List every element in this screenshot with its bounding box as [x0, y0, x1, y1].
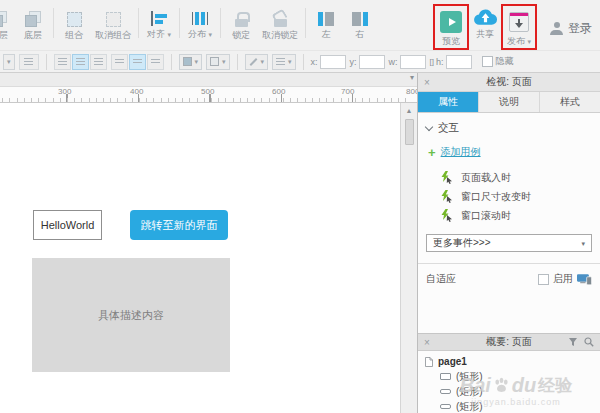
x-field: x: [311, 55, 346, 69]
hide-checkbox[interactable] [482, 56, 493, 67]
caret-down-icon: ▾ [195, 58, 199, 65]
user-icon [550, 22, 563, 35]
ruler-tick-label: 700 [341, 88, 354, 96]
text-align-center-button[interactable] [72, 54, 89, 70]
border-style-dropdown[interactable]: ▾ [272, 54, 296, 70]
devices-icon[interactable] [577, 274, 592, 285]
fill-color-dropdown[interactable]: ▾ [179, 54, 203, 70]
w-input[interactable] [400, 55, 426, 69]
event-window-scroll[interactable]: 窗口滚动时 [440, 206, 592, 225]
jump-button-widget[interactable]: 跳转至新的界面 [130, 210, 228, 240]
vertical-align-bottom-button[interactable] [147, 54, 164, 70]
tab-properties[interactable]: 属性 [418, 92, 479, 112]
align-button[interactable]: 对齐 ▾ [142, 0, 176, 39]
more-events-dropdown[interactable]: 更多事件>>> ▾ [426, 234, 592, 252]
font-style-dropdown[interactable]: ▾ [3, 54, 15, 70]
ruler-tick-label: 400 [130, 88, 143, 96]
h-input[interactable] [446, 55, 472, 69]
w-field: w: [389, 55, 426, 69]
align-right-button[interactable]: 右 [343, 0, 377, 39]
link-dimensions-icon[interactable]: [] [430, 57, 434, 66]
adaptive-section: 自适应 启用 [426, 272, 592, 286]
x-input[interactable] [320, 55, 346, 69]
vertical-align-middle-button[interactable] [129, 54, 146, 70]
toolbar-separator [220, 8, 221, 38]
tree-item-rectangle[interactable]: (矩形) [425, 399, 600, 413]
caret-down-icon: ▾ [261, 58, 265, 65]
rectangle-icon [440, 404, 451, 409]
event-window-resize[interactable]: 窗口尺寸改变时 [440, 187, 592, 206]
layers-bottom-icon [25, 11, 41, 27]
tab-style[interactable]: 样式 [540, 92, 600, 112]
description-rect-widget[interactable]: 具体描述内容 [32, 258, 230, 372]
ruler-tick-label: 300 [58, 88, 71, 96]
outline-title: 概要: 页面 [486, 335, 532, 349]
group-icon [67, 12, 82, 27]
toolbar-right-group: 预览 共享 发布 ▾ 登录 [432, 4, 594, 50]
y-input[interactable] [359, 55, 385, 69]
unlock-button[interactable]: 取消锁定 [258, 0, 302, 40]
top-layer-button[interactable]: 顶层 [0, 0, 16, 40]
distribute-icon [192, 11, 209, 26]
outline-header: × 概要: 页面 [418, 333, 600, 351]
rectangle-icon [440, 389, 451, 394]
event-bolt-cursor-icon [440, 190, 453, 203]
align-left-button[interactable]: 左 [309, 0, 343, 39]
caret-down-icon: ▾ [209, 31, 213, 38]
h-field: [] h: [430, 55, 472, 69]
filter-icon[interactable] [568, 337, 578, 347]
text-align-right-button[interactable] [90, 54, 107, 70]
hello-world-widget[interactable]: HelloWorld [33, 210, 102, 240]
align-icon [151, 11, 168, 26]
toolbar-separator [171, 54, 172, 70]
tree-item-page1[interactable]: page1 [425, 354, 600, 369]
event-page-load[interactable]: 页面载入时 [440, 168, 592, 187]
design-canvas[interactable]: HelloWorld 跳转至新的界面 具体描述内容 [0, 103, 400, 413]
inspector-tabs: 属性 说明 样式 [418, 92, 600, 113]
vertical-align-top-button[interactable] [111, 54, 128, 70]
canvas-body: HelloWorld 跳转至新的界面 具体描述内容 ▲ [0, 103, 417, 413]
caret-down-icon: ▾ [581, 240, 585, 247]
caret-down-icon: ▾ [288, 58, 292, 65]
toolbar-left-group: 顶层 底层 组合 取消组合 对齐 ▾ 分布 ▾ 锁定 [0, 0, 377, 40]
preview-button[interactable]: 预览 [438, 9, 464, 46]
ruler-options-caret-icon[interactable]: ▾ [410, 74, 414, 82]
publish-download-icon [509, 12, 529, 32]
layers-top-icon [0, 11, 7, 27]
scroll-up-button[interactable]: ▲ [401, 103, 417, 117]
ungroup-button[interactable]: 取消组合 [91, 0, 135, 40]
inspector-title: 检视: 页面 [486, 75, 532, 89]
toolbar-separator [303, 54, 304, 70]
tree-item-rectangle[interactable]: (矩形) [425, 384, 600, 399]
bottom-layer-button[interactable]: 底层 [16, 0, 50, 40]
vertical-scrollbar: ▲ [400, 103, 417, 413]
caret-down-icon: ▾ [528, 38, 532, 45]
tree-item-rectangle[interactable]: (矩形) [425, 369, 600, 384]
share-button[interactable]: 共享 [470, 4, 500, 39]
toolbar-separator [305, 8, 306, 38]
login-button[interactable]: 登录 [550, 20, 592, 37]
annotation-highlight-publish: 发布 ▾ [501, 4, 537, 50]
distribute-button[interactable]: 分布 ▾ [183, 0, 217, 39]
lock-button[interactable]: 锁定 [224, 0, 258, 40]
text-align-left-button[interactable] [54, 54, 71, 70]
vertical-align-group [111, 54, 164, 70]
search-icon[interactable] [584, 337, 594, 347]
section-divider [418, 263, 600, 264]
unlock-icon [274, 12, 287, 27]
text-color-dropdown[interactable]: ▾ [206, 54, 230, 70]
tab-notes[interactable]: 说明 [479, 92, 540, 112]
close-icon[interactable]: × [424, 73, 430, 91]
adaptive-enable-checkbox[interactable] [538, 274, 549, 285]
interaction-section-header[interactable]: 交互 [426, 121, 592, 135]
page-icon [425, 357, 433, 367]
border-color-dropdown[interactable]: ▾ [245, 54, 269, 70]
publish-button[interactable]: 发布 ▾ [506, 9, 532, 46]
close-icon[interactable]: × [424, 334, 430, 350]
line-spacing-button[interactable] [19, 54, 39, 70]
event-bolt-cursor-icon [440, 209, 453, 222]
caret-down-icon: ▾ [7, 58, 11, 65]
group-button[interactable]: 组合 [57, 0, 91, 40]
scrollbar-thumb[interactable] [405, 119, 414, 145]
add-case-link[interactable]: + 添加用例 [428, 145, 592, 159]
